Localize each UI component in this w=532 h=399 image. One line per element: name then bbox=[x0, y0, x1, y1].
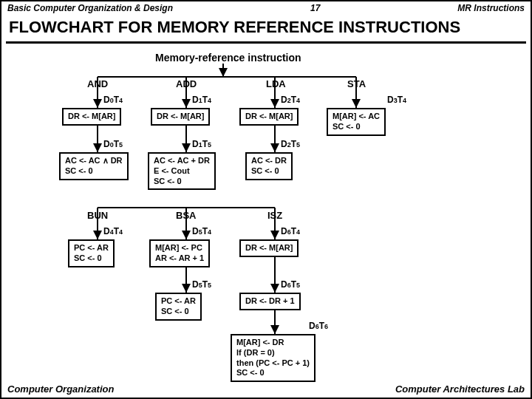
label-and: AND bbox=[87, 78, 108, 89]
box-add-t4: DR <- M[AR] bbox=[151, 108, 210, 126]
box-bun-t4: PC <- ARSC <- 0 bbox=[68, 239, 115, 267]
box-bsa-t4: M[AR] <- PCAR <- AR + 1 bbox=[149, 239, 210, 267]
page-title: FLOWCHART FOR MEMORY REFERENCE INSTRUCTI… bbox=[1, 15, 531, 41]
d5t5: D5T5 bbox=[192, 279, 211, 290]
label-lda: LDA bbox=[266, 78, 286, 89]
box-lda-t4: DR <- M[AR] bbox=[239, 108, 299, 126]
root-label: Memory-reference instruction bbox=[155, 52, 301, 64]
d5t4: D5T4 bbox=[192, 226, 211, 236]
box-bsa-t5: PC <- ARSC <- 0 bbox=[155, 293, 202, 321]
rule bbox=[6, 41, 526, 44]
d4t4: D4T4 bbox=[103, 226, 123, 236]
d6t6: D6T6 bbox=[309, 321, 328, 331]
footer: Computer Organization Computer Architect… bbox=[1, 383, 531, 395]
label-isz: ISZ bbox=[267, 210, 282, 221]
label-sta: STA bbox=[347, 78, 366, 89]
flowchart: Memory-reference instruction AND ADD LDA… bbox=[1, 49, 531, 380]
label-bsa: BSA bbox=[176, 210, 196, 221]
box-add-t5: AC <- AC + DRE <- CoutSC <- 0 bbox=[148, 152, 216, 190]
header-right: MR Instructions bbox=[457, 3, 525, 13]
box-isz-t5: DR <- DR + 1 bbox=[239, 293, 301, 310]
footer-right: Computer Architectures Lab bbox=[395, 383, 525, 395]
footer-left: Computer Organization bbox=[7, 383, 114, 395]
box-isz-t4: DR <- M[AR] bbox=[239, 239, 299, 257]
d3t4: D3T4 bbox=[387, 95, 406, 105]
box-and-t4: DR <- M[AR] bbox=[62, 108, 121, 126]
box-sta-t4: M[AR] <- ACSC <- 0 bbox=[327, 108, 386, 136]
d6t5: D6T5 bbox=[281, 279, 300, 290]
box-lda-t5: AC <- DRSC <- 0 bbox=[245, 152, 293, 180]
d2t4: D2T4 bbox=[281, 95, 300, 105]
d6t4: D6T4 bbox=[281, 226, 300, 236]
box-isz-t6: M[AR] <- DRIf (DR = 0)then (PC <- PC + 1… bbox=[231, 334, 316, 382]
label-add: ADD bbox=[176, 78, 197, 89]
box-and-t5: AC <- AC ∧ DRSC <- 0 bbox=[59, 152, 129, 180]
d0t4: D0T4 bbox=[103, 95, 123, 105]
header-left: Basic Computer Organization & Design bbox=[7, 3, 173, 13]
page-number: 17 bbox=[310, 3, 320, 13]
slide: Basic Computer Organization & Design 17 … bbox=[0, 0, 532, 399]
d1t4: D1T4 bbox=[192, 95, 211, 105]
label-bun: BUN bbox=[87, 210, 108, 221]
d0t5: D0T5 bbox=[103, 139, 123, 149]
d2t5: D2T5 bbox=[281, 139, 300, 149]
header: Basic Computer Organization & Design 17 … bbox=[1, 1, 531, 15]
d1t5: D1T5 bbox=[192, 139, 211, 149]
